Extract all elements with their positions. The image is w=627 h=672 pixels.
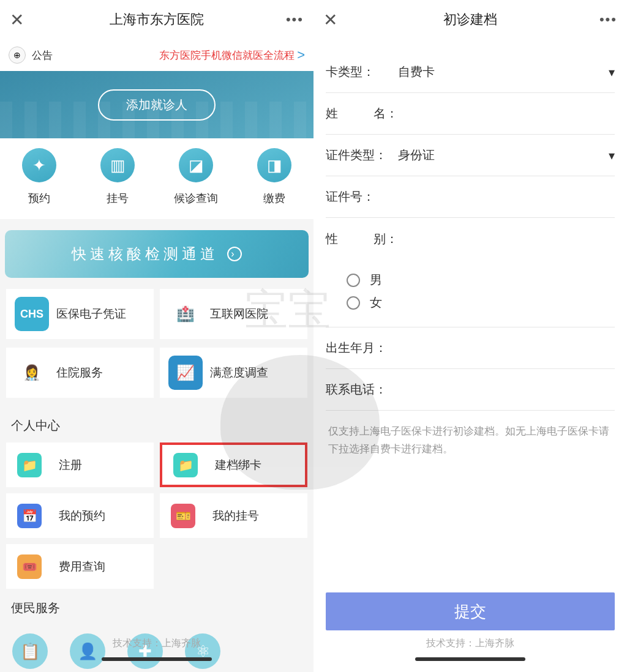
receipt-icon: 🎟️: [17, 554, 42, 579]
phone-label: 联系电话：: [326, 381, 398, 398]
dob-label: 出生年月：: [326, 340, 398, 356]
service-inpatient[interactable]: 👩‍⚕️ 住院服务: [6, 348, 154, 398]
folder-icon: 📁: [17, 453, 42, 477]
phone-row[interactable]: 联系电话：: [326, 369, 615, 411]
pc-label: 建档绑卡: [215, 457, 261, 473]
card-type-value: 自费卡: [398, 64, 609, 80]
more-icon[interactable]: •••: [599, 12, 617, 28]
hospital-icon: 🏥: [168, 297, 203, 331]
dob-row[interactable]: 出生年月：: [326, 327, 615, 369]
name-row[interactable]: 姓名：: [326, 93, 615, 135]
service-label: 互联网医院: [210, 306, 268, 322]
personal-create-record[interactable]: 📁 建档绑卡: [160, 442, 307, 487]
footer-text: 技术支持：上海齐脉: [113, 638, 201, 648]
pc-label: 我的挂号: [212, 508, 259, 524]
id-number-row[interactable]: 证件号：: [326, 176, 615, 218]
chs-icon: CHS: [15, 297, 49, 331]
quick-actions: ✦ 预约 ▥ 挂号 ◪ 候诊查询 ◨ 缴费: [0, 138, 314, 219]
footer-text: 技术支持：上海齐脉: [426, 638, 514, 648]
home-indicator: [102, 657, 212, 661]
register-icon: ▥: [100, 148, 135, 182]
service-internet-hospital[interactable]: 🏥 互联网医院: [160, 289, 307, 339]
folder-icon: 📁: [173, 453, 198, 477]
home-screen: ✕ 上海市东方医院 ••• ⊕ 公告 东方医院手机微信就医全流程 > 添加就诊人…: [0, 0, 314, 672]
nucleic-test-banner[interactable]: 快速核酸检测通道 ›: [5, 230, 309, 278]
radio-label: 男: [370, 272, 382, 288]
personal-my-appointment[interactable]: 📅 我的预约: [6, 493, 154, 538]
gender-label: 性别：: [326, 231, 398, 247]
header: ✕ 初诊建档 •••: [314, 0, 627, 39]
service-label: 满意度调查: [210, 365, 268, 381]
id-type-value: 身份证: [398, 147, 609, 163]
pc-label: 费用查询: [59, 559, 105, 575]
close-icon[interactable]: ✕: [323, 10, 337, 30]
gender-label-row: 性别：: [326, 218, 615, 259]
id-number-label: 证件号：: [326, 189, 398, 205]
radio-icon: [347, 274, 360, 287]
create-record-screen: ✕ 初诊建档 ••• 卡类型： 自费卡 ▾ 姓名： 证件类型： 身份证 ▾ 证件…: [314, 0, 627, 672]
gender-female-radio[interactable]: 女: [347, 294, 615, 311]
quick-label: 挂号: [107, 191, 129, 206]
service-insurance-cert[interactable]: CHS 医保电子凭证: [6, 289, 154, 339]
personal-register[interactable]: 📁 注册: [6, 442, 154, 487]
chart-icon: 📈: [168, 356, 203, 390]
personal-center-title: 个人中心: [0, 406, 314, 442]
waiting-icon: ◪: [179, 148, 213, 182]
pc-label: 注册: [59, 457, 82, 473]
appointment-icon: ✦: [22, 148, 56, 182]
chevron-right-icon: >: [297, 47, 305, 63]
quick-label: 缴费: [263, 191, 285, 206]
id-type-row[interactable]: 证件类型： 身份证 ▾: [326, 135, 615, 176]
card-type-label: 卡类型：: [326, 64, 398, 80]
calendar-icon: 📅: [17, 504, 42, 528]
inpatient-icon: 👩‍⚕️: [15, 356, 49, 390]
name-label: 姓名：: [326, 105, 398, 122]
dropdown-caret-icon: ▾: [609, 65, 615, 80]
close-icon[interactable]: ✕: [10, 10, 24, 30]
service-label: 医保电子凭证: [56, 306, 126, 322]
page-title: 上海市东方医院: [10, 10, 304, 29]
convenience-title: 便民服务: [0, 589, 314, 625]
dropdown-caret-icon: ▾: [609, 148, 615, 163]
arrow-right-circle-icon: ›: [227, 247, 242, 261]
footer: 技术支持：上海齐脉: [314, 631, 627, 672]
registration-form: 卡类型： 自费卡 ▾ 姓名： 证件类型： 身份证 ▾ 证件号： 性别： 男: [314, 39, 627, 672]
footer: 技术支持：上海齐脉: [0, 631, 314, 672]
quick-register[interactable]: ▥ 挂号: [78, 148, 157, 206]
announce-link[interactable]: 东方医院手机微信就医全流程: [159, 48, 295, 62]
hospital-logo-icon: ⊕: [9, 47, 26, 64]
announce-label: 公告: [32, 48, 53, 62]
more-icon[interactable]: •••: [286, 12, 304, 28]
quick-payment[interactable]: ◨ 缴费: [235, 148, 314, 206]
quick-waiting[interactable]: ◪ 候诊查询: [157, 148, 235, 206]
quick-label: 预约: [28, 191, 50, 206]
id-type-label: 证件类型：: [326, 147, 398, 163]
header: ✕ 上海市东方医院 •••: [0, 0, 314, 39]
payment-icon: ◨: [257, 148, 291, 182]
service-label: 住院服务: [56, 365, 103, 381]
card-type-row[interactable]: 卡类型： 自费卡 ▾: [326, 51, 615, 93]
personal-grid: 📁 注册 📁 建档绑卡 📅 我的预约 🎫 我的挂号 🎟️ 费用查询: [0, 442, 314, 589]
gender-radio-group: 男 女: [326, 259, 615, 327]
personal-fee-query[interactable]: 🎟️ 费用查询: [6, 544, 154, 589]
ticket-icon: 🎫: [171, 504, 195, 528]
personal-my-register[interactable]: 🎫 我的挂号: [160, 493, 307, 538]
radio-icon: [347, 296, 360, 310]
submit-button[interactable]: 提交: [326, 592, 615, 630]
pc-label: 我的预约: [59, 508, 105, 524]
banner-label: 快速核酸检测通道: [72, 244, 219, 264]
home-indicator: [415, 657, 525, 661]
quick-appointment[interactable]: ✦ 预约: [0, 148, 78, 206]
form-hint: 仅支持上海电子医保卡进行初诊建档。如无上海电子医保卡请下拉选择自费卡进行建档。: [326, 411, 615, 471]
announcement-bar[interactable]: ⊕ 公告 东方医院手机微信就医全流程 >: [0, 39, 314, 71]
radio-label: 女: [370, 294, 382, 311]
add-patient-button[interactable]: 添加就诊人: [98, 89, 216, 121]
quick-label: 候诊查询: [174, 191, 218, 206]
page-title: 初诊建档: [323, 10, 617, 29]
service-survey[interactable]: 📈 满意度调查: [160, 348, 307, 398]
gender-male-radio[interactable]: 男: [347, 272, 615, 288]
hero-banner: 添加就诊人: [0, 71, 314, 138]
